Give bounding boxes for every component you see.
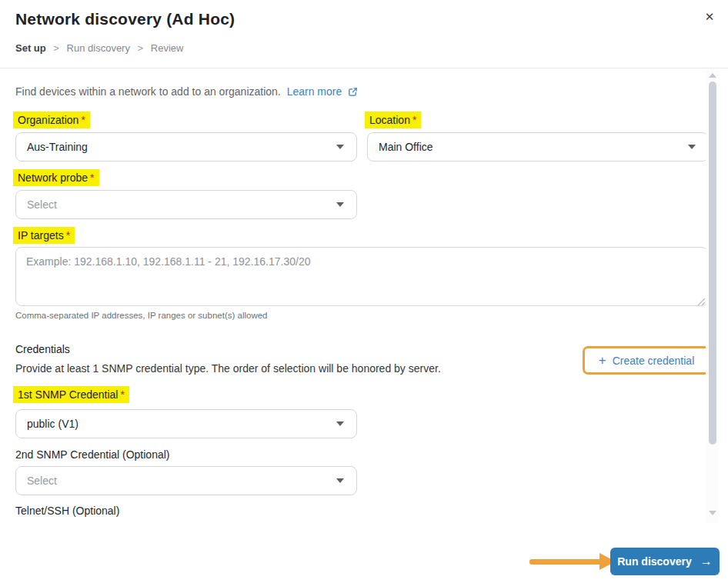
location-value: Main Office [379, 141, 433, 153]
chevron-down-icon [336, 478, 344, 483]
annotation-arrow-line [529, 559, 602, 565]
network-probe-select[interactable]: Select [15, 190, 357, 219]
snmp1-value: public (V1) [27, 418, 78, 430]
textarea-resize-handle[interactable] [696, 297, 706, 306]
breadcrumb-step-run-discovery[interactable]: Run discovery [67, 42, 130, 54]
plus-icon: + [599, 354, 606, 367]
credentials-heading: Credentials [15, 343, 70, 355]
scrollbar-thumb[interactable] [709, 82, 716, 445]
chevron-down-icon [336, 145, 344, 149]
organization-label: Organization* [13, 112, 90, 128]
chevron-down-icon [336, 202, 344, 207]
ip-targets-input[interactable] [15, 247, 708, 306]
breadcrumb: Set up > Run discovery > Review [15, 42, 183, 54]
intro-text: Find devices within a network to add to … [15, 85, 358, 98]
organization-value: Aus-Training [27, 141, 88, 153]
run-discovery-button[interactable]: Run discovery → [610, 548, 720, 575]
network-discovery-dialog: Network discovery (Ad Hoc) Set up > Run … [0, 0, 728, 583]
learn-more-link[interactable]: Learn more [287, 85, 342, 98]
scroll-down-icon[interactable] [709, 511, 716, 515]
scroll-up-icon[interactable] [709, 73, 716, 78]
required-asterisk: * [120, 388, 124, 401]
required-asterisk: * [90, 172, 94, 184]
breadcrumb-separator: > [53, 42, 59, 54]
ip-targets-helper-text: Comma-separated IP addresses, IP ranges … [15, 311, 268, 320]
credentials-description: Provide at least 1 SNMP credential type.… [15, 362, 441, 375]
intro-sentence: Find devices within a network to add to … [15, 85, 281, 98]
chevron-down-icon [688, 145, 696, 149]
breadcrumb-step-set-up[interactable]: Set up [15, 42, 46, 54]
snmp1-label: 1st SNMP Credential* [13, 386, 129, 403]
arrow-right-icon: → [700, 555, 713, 568]
location-label: Location* [365, 112, 421, 128]
snmp1-select[interactable]: public (V1) [15, 409, 357, 438]
ip-targets-label: IP targets* [13, 227, 75, 244]
header-divider [0, 68, 728, 68]
page-title: Network discovery (Ad Hoc) [15, 10, 235, 28]
create-credential-button[interactable]: + Create credential [583, 346, 710, 375]
external-link-icon [348, 87, 358, 97]
required-asterisk: * [412, 114, 416, 126]
breadcrumb-step-review[interactable]: Review [151, 42, 184, 54]
snmp2-placeholder: Select [27, 475, 57, 487]
breadcrumb-separator: > [138, 42, 144, 54]
chevron-down-icon [336, 421, 344, 426]
snmp2-select[interactable]: Select [15, 466, 357, 495]
snmp2-label: 2nd SNMP Credential (Optional) [15, 448, 170, 461]
organization-select[interactable]: Aus-Training [15, 132, 357, 162]
create-credential-label: Create credential [613, 355, 695, 367]
network-probe-placeholder: Select [27, 198, 57, 211]
network-probe-label: Network probe* [13, 169, 99, 186]
telnet-ssh-label: Telnet/SSH (Optional) [15, 505, 119, 517]
required-asterisk: * [81, 114, 85, 126]
required-asterisk: * [66, 229, 70, 242]
run-discovery-label: Run discovery [617, 555, 691, 568]
location-select[interactable]: Main Office [367, 132, 709, 162]
close-icon[interactable]: ✕ [700, 8, 719, 26]
